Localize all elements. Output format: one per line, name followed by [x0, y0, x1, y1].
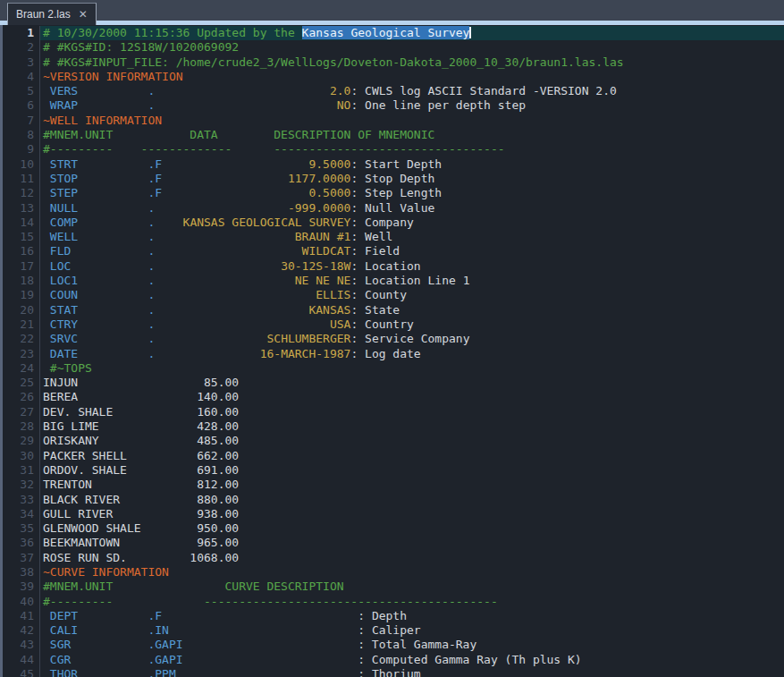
- code-token: PACKER SHELL 662.00: [43, 449, 239, 462]
- line-number[interactable]: 23: [3, 347, 40, 361]
- code-token: DEV. SHALE 160.00: [43, 405, 239, 419]
- code-line[interactable]: 29ORISKANY 485.00: [3, 434, 784, 448]
- line-number[interactable]: 27: [3, 405, 40, 419]
- code-line[interactable]: 1# 10/30/2000 11:15:36 Updated by the Ka…: [3, 26, 784, 40]
- code-line[interactable]: 34GULL RIVER 938.00: [3, 507, 784, 521]
- line-number[interactable]: 5: [3, 84, 40, 98]
- line-number[interactable]: 6: [3, 98, 40, 113]
- line-number[interactable]: 32: [3, 478, 40, 492]
- code-line[interactable]: 33BLACK RIVER 880.00: [3, 493, 784, 507]
- line-number[interactable]: 40: [3, 595, 40, 609]
- line-number[interactable]: 12: [3, 186, 40, 200]
- code-line[interactable]: 15 WELL . BRAUN #1: Well: [3, 230, 784, 244]
- code-line[interactable]: 20 STAT . KANSAS: State: [3, 303, 784, 317]
- code-line[interactable]: 3# #KGS#INPUT_FILE: /home/crude2_3/WellL…: [3, 55, 784, 70]
- line-number[interactable]: 28: [3, 419, 40, 434]
- code-line[interactable]: 5 VERS . 2.0: CWLS log ASCII Standard -V…: [3, 84, 784, 98]
- code-line[interactable]: 12 STEP .F 0.5000: Step Length: [3, 186, 784, 200]
- code-line[interactable]: 27DEV. SHALE 160.00: [3, 405, 784, 419]
- code-line[interactable]: 30PACKER SHELL 662.00: [3, 449, 784, 463]
- code-line[interactable]: 44 CGR .GAPI : Computed Gamma Ray (Th pl…: [3, 653, 784, 667]
- code-line[interactable]: 32TRENTON 812.00: [3, 478, 784, 492]
- line-number[interactable]: 16: [3, 244, 40, 258]
- file-tab[interactable]: Braun 2.las ✕: [7, 3, 97, 25]
- code-line[interactable]: 26BEREA 140.00: [3, 390, 784, 404]
- line-number[interactable]: 25: [3, 376, 40, 390]
- code-line[interactable]: 18 LOC1 . NE NE NE: Location Line 1: [3, 274, 784, 288]
- code-line[interactable]: 42 CALI .IN : Caliper: [3, 623, 784, 638]
- code-line[interactable]: 19 COUN . ELLIS: County: [3, 288, 784, 302]
- line-number[interactable]: 22: [3, 332, 40, 346]
- code-line[interactable]: 13 NULL . -999.0000: Null Value: [3, 201, 784, 216]
- line-number[interactable]: 31: [3, 463, 40, 478]
- line-number[interactable]: 43: [3, 638, 40, 652]
- line-number[interactable]: 1: [3, 26, 40, 40]
- line-number[interactable]: 11: [3, 172, 40, 186]
- code-line[interactable]: 38~CURVE INFORMATION: [3, 565, 784, 580]
- code-line[interactable]: 16 FLD . WILDCAT: Field: [3, 244, 784, 258]
- line-number[interactable]: 38: [3, 565, 40, 580]
- code-token: #--------- -----------------------------…: [43, 595, 498, 608]
- line-number[interactable]: 24: [3, 361, 40, 376]
- line-number[interactable]: 13: [3, 201, 40, 216]
- code-line[interactable]: 36BEEKMANTOWN 965.00: [3, 536, 784, 550]
- code-token: BIG LIME 428.00: [43, 419, 239, 433]
- code-line[interactable]: 39#MNEM.UNIT CURVE DESCRIPTION: [3, 580, 784, 594]
- code-line[interactable]: 24 #~TOPS: [3, 361, 784, 376]
- line-number[interactable]: 35: [3, 521, 40, 536]
- line-number[interactable]: 44: [3, 653, 40, 667]
- line-number[interactable]: 19: [3, 288, 40, 302]
- line-number[interactable]: 2: [3, 40, 40, 55]
- code-text: GULL RIVER 938.00: [40, 507, 784, 521]
- code-line[interactable]: 6 WRAP . NO: One line per depth step: [3, 98, 784, 113]
- line-number[interactable]: 26: [3, 390, 40, 404]
- line-number[interactable]: 14: [3, 216, 40, 230]
- code-line[interactable]: 14 COMP . KANSAS GEOLOGICAL SURVEY: Comp…: [3, 216, 784, 230]
- line-number[interactable]: 10: [3, 157, 40, 172]
- code-line[interactable]: 11 STOP .F 1177.0000: Stop Depth: [3, 172, 784, 186]
- code-line[interactable]: 37ROSE RUN SD. 1068.00: [3, 551, 784, 565]
- code-line[interactable]: 7~WELL INFORMATION: [3, 114, 784, 128]
- code-line[interactable]: 21 CTRY . USA: Country: [3, 317, 784, 332]
- line-number[interactable]: 33: [3, 493, 40, 507]
- line-number[interactable]: 34: [3, 507, 40, 521]
- line-number[interactable]: 18: [3, 274, 40, 288]
- code-line[interactable]: 9#--------- ------------- --------------…: [3, 142, 784, 157]
- line-number[interactable]: 17: [3, 259, 40, 274]
- code-line[interactable]: 25INJUN 85.00: [3, 376, 784, 390]
- line-number[interactable]: 8: [3, 128, 40, 142]
- line-number[interactable]: 3: [3, 55, 40, 70]
- code-line[interactable]: 23 DATE . 16-MARCH-1987: Log date: [3, 347, 784, 361]
- line-number[interactable]: 39: [3, 580, 40, 594]
- code-line[interactable]: 45 THOR .PPM : Thorium: [3, 667, 784, 677]
- tab-close-icon[interactable]: ✕: [79, 9, 88, 20]
- code-token: 30-12S-18W: [281, 259, 350, 273]
- code-line[interactable]: 28BIG LIME 428.00: [3, 419, 784, 434]
- code-line[interactable]: 17 LOC . 30-12S-18W: Location: [3, 259, 784, 274]
- code-line[interactable]: 40#--------- ---------------------------…: [3, 595, 784, 609]
- line-number[interactable]: 42: [3, 623, 40, 638]
- code-line[interactable]: 8#MNEM.UNIT DATA DESCRIPTION OF MNEMONIC: [3, 128, 784, 142]
- code-token: COUN: [43, 288, 78, 301]
- code-line[interactable]: 43 SGR .GAPI : Total Gamma-Ray: [3, 638, 784, 652]
- line-number[interactable]: 30: [3, 449, 40, 463]
- code-token: STOP: [43, 172, 78, 185]
- code-line[interactable]: 10 STRT .F 9.5000: Start Depth: [3, 157, 784, 172]
- line-number[interactable]: 7: [3, 114, 40, 128]
- line-number[interactable]: 20: [3, 303, 40, 317]
- line-number[interactable]: 41: [3, 609, 40, 623]
- line-number[interactable]: 4: [3, 70, 40, 84]
- code-line[interactable]: 4~VERSION INFORMATION: [3, 70, 784, 84]
- line-number[interactable]: 37: [3, 551, 40, 565]
- code-line[interactable]: 2# #KGS#ID: 12S18W/1020069092: [3, 40, 784, 55]
- line-number[interactable]: 45: [3, 667, 40, 677]
- line-number[interactable]: 21: [3, 317, 40, 332]
- code-line[interactable]: 31ORDOV. SHALE 691.00: [3, 463, 784, 478]
- code-line[interactable]: 41 DEPT .F : Depth: [3, 609, 784, 623]
- code-line[interactable]: 35GLENWOOD SHALE 950.00: [3, 521, 784, 536]
- line-number[interactable]: 36: [3, 536, 40, 550]
- line-number[interactable]: 9: [3, 142, 40, 157]
- code-line[interactable]: 22 SRVC . SCHLUMBERGER: Service Company: [3, 332, 784, 346]
- line-number[interactable]: 29: [3, 434, 40, 448]
- line-number[interactable]: 15: [3, 230, 40, 244]
